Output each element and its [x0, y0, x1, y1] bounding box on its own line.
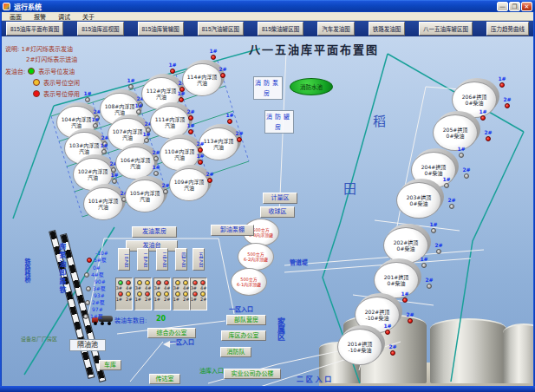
rail-pump-2#泵: 93#2#泵: [85, 292, 120, 306]
small-tank-2: 500立方6-1内浮顶罐: [231, 268, 267, 296]
maximize-button[interactable]: ❐: [509, 2, 520, 11]
status-drop-icon: [128, 84, 134, 89]
minimize-button[interactable]: —: [497, 2, 508, 11]
paddy-field-char-2: 田: [343, 179, 356, 197]
gas-tank-11: 101#内浮顶汽油1#2#: [83, 187, 123, 220]
lamp-indicator-1#: 1#: [82, 90, 94, 102]
oil-separator-label: 隔油池: [69, 339, 106, 351]
status-drop-icon: [499, 82, 505, 88]
legend-line-2: 2#灯闪烁表示进油: [5, 55, 80, 65]
lamp-labels: 3#4#: [173, 285, 190, 291]
toolbar-button-7[interactable]: 八一五油库罐区图: [419, 22, 473, 36]
small-tank-1: 500立方6-2内浮顶罐: [238, 243, 274, 271]
toolbar-button-5[interactable]: 汽车发油图: [317, 22, 355, 36]
toolbar-button-6[interactable]: 铁路发油图: [369, 22, 406, 36]
toolbar-button-3[interactable]: 815汽油罐区图: [198, 22, 244, 36]
gas-tank-12: 105#内浮顶汽油1#2#: [125, 180, 165, 212]
lamp-indicator-2#: 2#: [404, 311, 416, 323]
platform-5-name: 五号台: [192, 248, 205, 271]
status-drop-icon: [486, 136, 491, 141]
close-button[interactable]: ✕: [521, 2, 532, 11]
tank-body: 201#拱顶-10#柴油: [337, 329, 382, 365]
toolbar-button-2[interactable]: 815油库管输图: [138, 22, 184, 36]
status-drop-icon: [421, 263, 427, 268]
reception-room-label: 传达室: [149, 374, 180, 384]
toolbar-button-4[interactable]: 815柴油罐区图: [258, 22, 303, 36]
lamp-indicator-1#: 1#: [166, 62, 179, 74]
menu-item-1[interactable]: 报警: [28, 12, 52, 21]
lamp-indicator-1#: 1#: [399, 291, 411, 303]
lamp-indicator-2#: 2#: [217, 66, 229, 78]
status-drop-icon: [85, 300, 90, 305]
lamp-labels: 3#4#: [135, 285, 152, 291]
zone1-entrance-label-2: 一区入口: [170, 337, 194, 346]
rail-pump-3#泵: 90#3#泵: [86, 278, 121, 292]
legend-dot-red: [33, 90, 40, 97]
lamp-labels: 1#2#: [135, 297, 152, 303]
app-icon: [3, 3, 10, 10]
lamp-indicator-1#: 1#: [108, 172, 121, 184]
status-drop-icon: [444, 183, 449, 188]
status-drop-icon: [408, 318, 413, 323]
status-drop-icon: [153, 171, 159, 176]
lamp-indicator-1#: 1#: [224, 112, 236, 124]
toolbar-button-1[interactable]: 815油库巡视图: [77, 22, 123, 36]
dispensing-pump-house-label: 发油泵房: [132, 226, 177, 238]
menu-item-0[interactable]: 画面: [3, 12, 28, 21]
gas-tank-13: 109#内浮顶汽油1#2#: [169, 168, 209, 201]
lamp-indicator-2#: 2#: [501, 96, 513, 108]
legend-item-label: 表示号位空闲: [43, 78, 80, 87]
paddy-field-char-1: 稻: [373, 111, 386, 129]
app-window: 运行系统 — ❐ ✕ 画面报警调试关于 815油库平面布置图815油库巡视图81…: [0, 0, 535, 392]
platform-4-lamps: 3#4#1#2#: [173, 278, 190, 310]
lamp-indicator-2#: 2#: [185, 108, 197, 121]
lamp-indicator-1#: 1#: [477, 108, 489, 121]
lamp-indicator-1#: 1#: [125, 77, 137, 89]
lamp-labels: 1#2#: [154, 297, 171, 303]
lamp-indicator-2#: 2#: [482, 129, 494, 141]
status-drop-icon: [431, 228, 436, 233]
lamp-indicator-2#: 2#: [446, 197, 458, 209]
pipeline-dike-label: 管道堤: [290, 258, 308, 266]
diesel-tank-3: 203#拱顶0#柴油1#2#: [396, 182, 441, 219]
status-drop-icon: [449, 204, 454, 209]
diesel-tank-7: 201#拱顶-10#柴油1#2#: [337, 329, 382, 365]
legend-dot-green: [28, 68, 35, 75]
dispensing-platform-header: 发油台: [126, 240, 178, 252]
photo-tank: [430, 318, 506, 383]
legend: 说明: 1#灯闪烁表示发油 2#灯闪烁表示进油 发油台: 表示号位发油 表示号位…: [5, 44, 80, 99]
army-barracks-label: 部队营房: [226, 315, 266, 325]
menu-item-3[interactable]: 关于: [76, 12, 101, 21]
toolbar-button-8[interactable]: 压力趋势曲线: [486, 22, 529, 36]
equipment-factory-area-label: 设备总厂厂房区: [21, 335, 57, 343]
lamp-indicator-1#: 1#: [89, 116, 101, 128]
lamp-indicator-1#: 1#: [194, 153, 206, 165]
rail-pump-4#泵: 0#4#泵: [84, 265, 119, 278]
legend-item-label: 表示号位发油: [38, 67, 75, 75]
zone1-entrance-label: 一区入口: [229, 304, 253, 313]
toolbar: 815油库平面布置图815油库巡视图815油库管输图815汽油罐区图815柴油罐…: [0, 21, 535, 36]
menu-item-2[interactable]: 调试: [52, 12, 76, 21]
truck-wheel: [94, 322, 97, 325]
lamp-labels: 1#2#: [173, 297, 190, 303]
garage-label: 车库: [99, 360, 121, 370]
lamp-indicator-1#: 1#: [440, 176, 453, 188]
fire-brigade-label: 消防队: [220, 347, 251, 357]
pig-receiving-area-label: 收球区: [260, 206, 295, 218]
toolbar-button-0[interactable]: 815油库平面布置图: [6, 22, 63, 36]
status-drop-icon: [83, 314, 88, 319]
status-drop-icon: [390, 350, 395, 356]
status-drop-icon: [86, 286, 91, 291]
truck-count-label: 装油车数目:: [114, 316, 147, 324]
plant-layout-canvas: 八一五油库平面布置图 说明: 1#灯闪烁表示发油 2#灯闪烁表示进油 发油台: …: [2, 36, 533, 386]
status-drop-icon: [505, 103, 510, 108]
rail-pump-5#泵: -10#5#泵: [87, 250, 121, 264]
menu-bar: 画面报警调试关于: [0, 12, 535, 21]
lamp-indicator-1#: 1#: [418, 256, 430, 268]
railway-trestle-label: 铁路栈桥: [23, 258, 31, 312]
lamp-labels: 3#4#: [154, 285, 171, 291]
status-drop-icon: [84, 272, 89, 278]
status-drop-icon: [112, 179, 117, 184]
lamp-indicator-2#: 2#: [433, 242, 445, 254]
lamp-indicator-2#: 2#: [204, 171, 216, 183]
